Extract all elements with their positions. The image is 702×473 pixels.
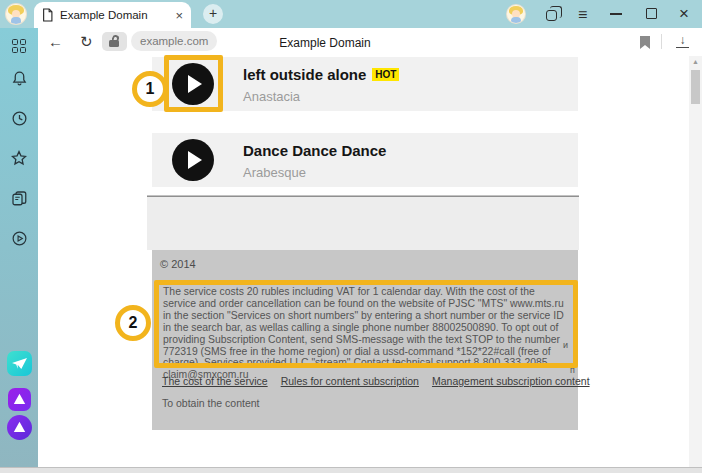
content-spacer (147, 197, 579, 250)
back-button[interactable]: ← (48, 34, 63, 49)
menu-icon[interactable]: ≡ (578, 7, 587, 23)
annotation-step-2: 2 (115, 305, 151, 341)
track-title: left outside alone (243, 66, 366, 83)
hot-badge: HOT (372, 68, 399, 81)
footer-links: The cost of the service Rules for conten… (162, 375, 572, 387)
page-favicon-icon (42, 8, 53, 22)
telegram-icon[interactable] (7, 351, 32, 376)
content-divider (147, 195, 579, 197)
tab-title: Example Domain (60, 9, 168, 21)
track-title: Dance Dance Dance (243, 142, 386, 159)
window-bottom-edge (0, 467, 702, 473)
profile-avatar[interactable] (5, 3, 27, 25)
history-clock-icon[interactable] (10, 109, 28, 127)
all-tabs-icon[interactable] (546, 10, 557, 21)
tab-close-icon[interactable]: × (175, 8, 183, 23)
new-tab-button[interactable]: + (203, 4, 223, 24)
site-security-badge[interactable] (102, 32, 127, 51)
download-icon[interactable]: ↓ (676, 33, 689, 48)
link-cost-of-service[interactable]: The cost of the service (162, 375, 268, 387)
messenger-icon[interactable] (8, 388, 31, 411)
collections-icon[interactable] (10, 189, 28, 207)
link-content-subscription-rules[interactable]: Rules for content subscription (281, 375, 419, 387)
address-bar[interactable]: example.com (131, 31, 217, 51)
bookmarks-star-icon[interactable] (10, 149, 28, 167)
alice-assistant-icon[interactable] (7, 415, 32, 440)
maximize-button[interactable] (646, 8, 657, 19)
annotation-step-1: 1 (132, 71, 168, 107)
annotation-box-2 (154, 280, 578, 368)
play-button[interactable] (172, 139, 214, 181)
track-artist: Anastacia (243, 89, 399, 104)
browser-tab[interactable]: Example Domain × (34, 2, 191, 28)
scrollbar-thumb[interactable] (691, 70, 700, 104)
track-artist: Arabesque (243, 165, 386, 180)
obtain-content-text: To obtain the content (162, 397, 260, 409)
scrollbar-track[interactable] (689, 56, 702, 467)
copyright-text: © 2014 (160, 258, 196, 270)
reload-button[interactable]: ↻ (80, 34, 93, 49)
apps-grid-icon[interactable] (10, 37, 28, 55)
scroll-up-icon[interactable]: ▲ (691, 58, 700, 65)
play-icon (188, 151, 202, 169)
page-title: Example Domain (240, 36, 410, 50)
notifications-bell-icon[interactable] (10, 69, 28, 87)
link-subscription-management[interactable]: Management subscription content (432, 375, 590, 387)
sync-avatar[interactable] (506, 4, 526, 24)
track-row: Dance Dance Dance Arabesque (152, 133, 578, 187)
window-close-button[interactable]: × (679, 5, 689, 22)
annotation-box-1 (164, 55, 223, 112)
minimize-button[interactable] (610, 13, 622, 15)
video-player-icon[interactable] (10, 229, 28, 247)
toolbar-separator (661, 34, 662, 49)
